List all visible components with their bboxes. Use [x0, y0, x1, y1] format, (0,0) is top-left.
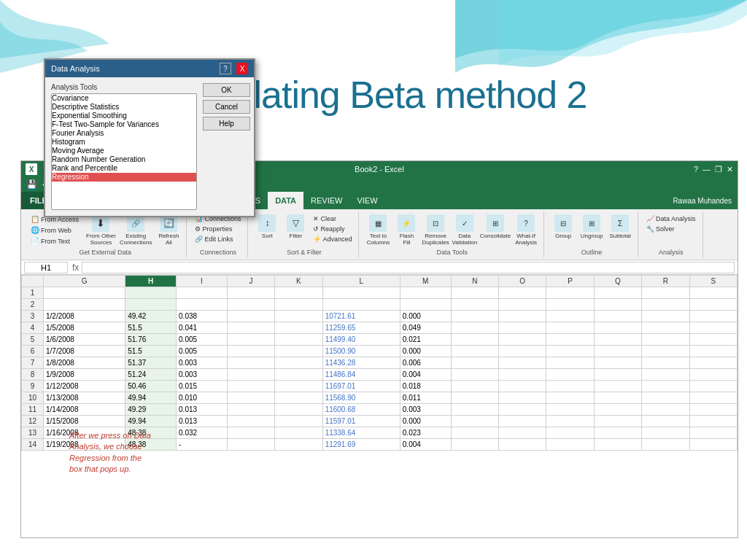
cell-i[interactable]: 0.005	[177, 346, 228, 357]
col-header-h[interactable]: H	[125, 276, 177, 287]
cell-o[interactable]	[499, 427, 546, 439]
cell-m[interactable]: 0.000	[400, 311, 451, 322]
analysis-tool-option[interactable]: Moving Average	[52, 147, 196, 155]
cell-k[interactable]	[275, 427, 322, 439]
restore-btn[interactable]: ❐	[715, 165, 722, 174]
cell-r[interactable]	[642, 439, 689, 451]
dialog-help-btn[interactable]: Help	[203, 117, 250, 131]
btn-reapply[interactable]: ↺Reapply	[311, 225, 354, 233]
cell-n[interactable]	[451, 416, 498, 427]
cell-m[interactable]: 0.021	[400, 334, 451, 346]
cell-n[interactable]	[451, 392, 498, 404]
btn-sort[interactable]: ↕ Sort	[254, 214, 280, 239]
cell[interactable]	[227, 287, 274, 299]
cell-s[interactable]	[689, 404, 738, 416]
cell-s[interactable]	[689, 369, 738, 381]
cell-g[interactable]: 1/9/2008	[44, 369, 125, 381]
cell-l[interactable]: 11259.65	[322, 322, 400, 334]
cell-p[interactable]	[546, 369, 594, 381]
cell-r[interactable]	[642, 427, 689, 439]
cell-reference[interactable]	[24, 262, 68, 273]
btn-refresh-all[interactable]: 🔄 RefreshAll	[155, 214, 182, 246]
cell[interactable]	[689, 299, 738, 311]
cell-g[interactable]: 1/15/2008	[44, 416, 125, 427]
cell-h[interactable]: 49.94	[125, 392, 177, 404]
cell-l[interactable]: 11500.90	[322, 346, 400, 357]
cell-l[interactable]: 11338.64	[322, 427, 400, 439]
col-header-k[interactable]: K	[275, 276, 322, 287]
dialog-help-title-btn[interactable]: ?	[220, 63, 231, 74]
cell[interactable]	[689, 287, 738, 299]
dialog-ok-btn[interactable]: OK	[203, 83, 250, 97]
analysis-tool-option[interactable]: Descriptive Statistics	[52, 103, 196, 112]
cell-q[interactable]	[594, 357, 641, 369]
cell-o[interactable]	[499, 369, 546, 381]
btn-edit-links[interactable]: 🔗Edit Links	[193, 235, 243, 244]
cell-l[interactable]: 10721.61	[322, 311, 400, 322]
cell-o[interactable]	[499, 404, 546, 416]
btn-clear[interactable]: ✕Clear	[311, 214, 354, 223]
cell-s[interactable]	[689, 381, 738, 392]
cell-n[interactable]	[451, 334, 498, 346]
cell-p[interactable]	[546, 346, 594, 357]
cell-o[interactable]	[499, 357, 546, 369]
cell-q[interactable]	[594, 322, 641, 334]
cell-g[interactable]: 1/7/2008	[44, 346, 125, 357]
cell-o[interactable]	[499, 322, 546, 334]
cell-p[interactable]	[546, 322, 594, 334]
dialog-close-title-btn[interactable]: X	[236, 63, 248, 74]
cell-g[interactable]: 1/13/2008	[44, 392, 125, 404]
col-header-p[interactable]: P	[546, 276, 594, 287]
cell-i[interactable]: 0.015	[177, 381, 228, 392]
formula-input[interactable]	[82, 262, 735, 273]
cell-i[interactable]: 0.003	[177, 369, 228, 381]
cell-k[interactable]	[275, 311, 322, 322]
cell[interactable]	[451, 299, 498, 311]
cell-n[interactable]	[451, 404, 498, 416]
cell-h[interactable]: 51.37	[125, 357, 177, 369]
cell-r[interactable]	[642, 334, 689, 346]
cell-s[interactable]	[689, 322, 738, 334]
analysis-tool-option[interactable]: F-Test Two-Sample for Variances	[52, 120, 196, 129]
cell-s[interactable]	[689, 439, 738, 451]
col-header-l[interactable]: L	[322, 276, 400, 287]
cell-n[interactable]	[451, 322, 498, 334]
col-header-n[interactable]: N	[451, 276, 498, 287]
cell-i[interactable]: 0.032	[177, 427, 228, 439]
cell[interactable]	[125, 287, 177, 299]
cell-k[interactable]	[275, 439, 322, 451]
cell-i[interactable]: 0.005	[177, 334, 228, 346]
cell-g[interactable]: 1/12/2008	[44, 381, 125, 392]
cell-n[interactable]	[451, 346, 498, 357]
cell-r[interactable]	[642, 381, 689, 392]
cell-l[interactable]: 11597.01	[322, 416, 400, 427]
btn-properties[interactable]: ⚙Properties	[193, 225, 243, 233]
cell-r[interactable]	[642, 369, 689, 381]
cell-n[interactable]	[451, 439, 498, 451]
cell-h[interactable]: 51.24	[125, 369, 177, 381]
btn-ungroup[interactable]: ⊞ Ungroup	[578, 214, 605, 239]
cell-m[interactable]: 0.000	[400, 346, 451, 357]
col-header-j[interactable]: J	[227, 276, 274, 287]
cell-i[interactable]: 0.038	[177, 311, 228, 322]
cell-k[interactable]	[275, 357, 322, 369]
cell-q[interactable]	[594, 439, 641, 451]
cell-j[interactable]	[227, 334, 274, 346]
cell-q[interactable]	[594, 381, 641, 392]
cell[interactable]	[44, 299, 125, 311]
cell-s[interactable]	[689, 392, 738, 404]
cell-g[interactable]: 1/6/2008	[44, 334, 125, 346]
cell-o[interactable]	[499, 334, 546, 346]
cell-k[interactable]	[275, 381, 322, 392]
btn-from-web[interactable]: 🌐From Web	[28, 225, 81, 235]
cell-p[interactable]	[546, 381, 594, 392]
cell-j[interactable]	[227, 381, 274, 392]
cell-g[interactable]: 1/2/2008	[44, 311, 125, 322]
cell-j[interactable]	[227, 439, 274, 451]
col-header-m[interactable]: M	[400, 276, 451, 287]
col-header-q[interactable]: Q	[594, 276, 641, 287]
cell[interactable]	[275, 299, 322, 311]
analysis-tool-option[interactable]: Exponential Smoothing	[52, 112, 196, 120]
cell-k[interactable]	[275, 404, 322, 416]
cell-p[interactable]	[546, 357, 594, 369]
